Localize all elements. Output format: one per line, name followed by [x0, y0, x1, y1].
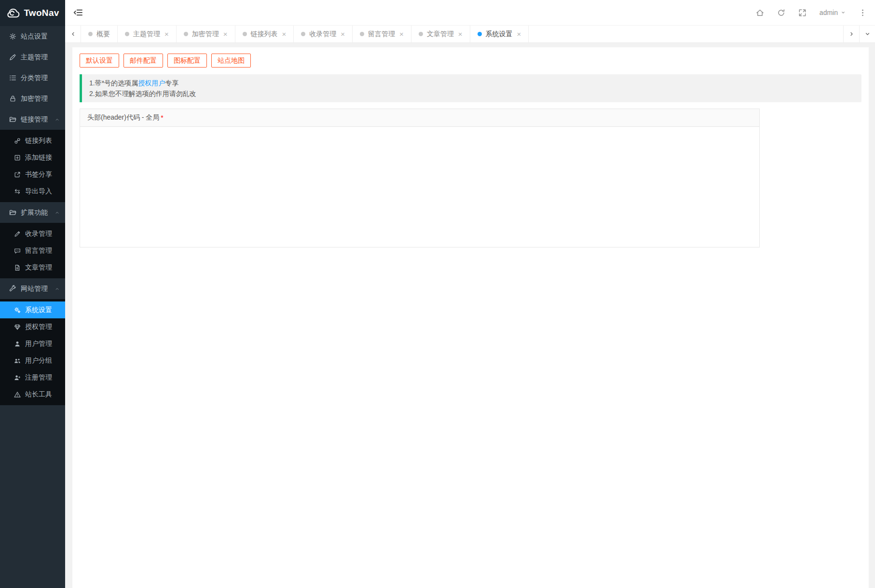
cogs-icon [14, 307, 21, 314]
toolbar-button-0[interactable]: 默认设置 [80, 54, 119, 68]
sidebar-subitem-label: 注册管理 [25, 373, 52, 382]
tab-close-icon[interactable]: × [282, 30, 287, 38]
tab-close-icon[interactable]: × [341, 30, 345, 38]
toolbar-button-1[interactable]: 邮件配置 [123, 54, 163, 68]
tab-6[interactable]: 文章管理× [411, 26, 470, 42]
folder-icon [9, 116, 16, 123]
exchange-icon [14, 188, 21, 195]
sidebar-subitem-5-0[interactable]: 收录管理 [0, 225, 65, 242]
tabs-scroll-left-button[interactable] [65, 26, 81, 42]
tabs-scroll-right-button[interactable] [843, 26, 859, 42]
header-code-label-text: 头部(header)代码 - 全局 [87, 113, 159, 122]
tab-close-icon[interactable]: × [223, 30, 228, 38]
sidebar-subitem-label: 书签分享 [25, 170, 52, 179]
chevron-right-icon [848, 31, 855, 37]
notice-panel: 1.带*号的选项属授权用户专享 2.如果您不理解选项的作用请勿乱改 [80, 74, 861, 102]
notice-text: 专享 [165, 79, 178, 87]
sidebar-item-5[interactable]: 扩展功能 [0, 202, 65, 223]
sidebar-item-0[interactable]: 站点设置 [0, 26, 65, 47]
sidebar-subitem-6-3[interactable]: 用户分组 [0, 352, 65, 369]
notice-line-1: 1.带*号的选项属授权用户专享 [89, 78, 854, 88]
sidebar-subitem-label: 用户管理 [25, 340, 52, 348]
sidebar-subitem-6-5[interactable]: 站长工具 [0, 386, 65, 403]
header-code-editor[interactable] [80, 127, 760, 247]
pencil-icon [14, 231, 21, 237]
sidebar-item-2[interactable]: 分类管理 [0, 68, 65, 88]
sidebar-subitem-4-0[interactable]: 链接列表 [0, 132, 65, 149]
brush-icon [9, 54, 16, 61]
tab-close-icon[interactable]: × [399, 30, 404, 38]
authorized-user-link[interactable]: 授权用户 [138, 79, 165, 87]
home-icon[interactable] [756, 9, 764, 17]
sidebar-subitem-4-3[interactable]: 导出导入 [0, 183, 65, 200]
app-title: TwoNav [24, 8, 59, 18]
sidebar-subitem-label: 站长工具 [25, 390, 52, 399]
tab-close-icon[interactable]: × [164, 30, 169, 38]
plus-square-icon [14, 154, 21, 161]
user-plus-icon [14, 374, 21, 381]
sidebar-item-6[interactable]: 网站管理 [0, 278, 65, 299]
sidebar-item-4[interactable]: 链接管理 [0, 109, 65, 130]
sidebar-subitem-5-2[interactable]: 文章管理 [0, 259, 65, 276]
sidebar-submenu-6: 系统设置授权管理用户管理用户分组注册管理站长工具 [0, 299, 65, 405]
sidebar-subitem-6-0[interactable]: 系统设置 [0, 301, 65, 318]
tab-label: 系统设置 [486, 30, 513, 39]
chevron-up-icon [55, 286, 60, 291]
tab-0[interactable]: 概要 [81, 26, 118, 42]
sidebar-submenu-4: 链接列表添加链接书签分享导出导入 [0, 130, 65, 202]
tab-label: 收录管理 [309, 30, 336, 39]
tab-3[interactable]: 链接列表× [235, 26, 294, 42]
sidebar-item-3[interactable]: 加密管理 [0, 88, 65, 109]
tab-close-icon[interactable]: × [458, 30, 463, 38]
sidebar-item-label: 主题管理 [21, 53, 48, 62]
tabs-dropdown-button[interactable] [859, 26, 875, 42]
tab-label: 主题管理 [133, 30, 160, 39]
sidebar-subitem-label: 收录管理 [25, 230, 52, 238]
tab-label: 文章管理 [427, 30, 454, 39]
sidebar-subitem-6-2[interactable]: 用户管理 [0, 335, 65, 352]
sidebar-menu: 站点设置主题管理分类管理加密管理链接管理链接列表添加链接书签分享导出导入扩展功能… [0, 26, 65, 588]
external-link-icon [14, 171, 21, 178]
toolbar-button-2[interactable]: 图标配置 [167, 54, 207, 68]
tab-1[interactable]: 主题管理× [118, 26, 177, 42]
sidebar-subitem-label: 留言管理 [25, 246, 52, 255]
tabs-strip: 概要主题管理×加密管理×链接列表×收录管理×留言管理×文章管理×系统设置× [81, 26, 529, 42]
cloud-logo-icon [6, 8, 20, 18]
link-icon [14, 137, 21, 144]
sidebar-subitem-4-1[interactable]: 添加链接 [0, 149, 65, 166]
users-icon [14, 357, 21, 364]
tab-2[interactable]: 加密管理× [177, 26, 235, 42]
tab-label: 留言管理 [368, 30, 395, 39]
tab-7[interactable]: 系统设置× [470, 26, 529, 42]
fold-sidebar-icon[interactable] [73, 8, 83, 17]
sidebar-item-label: 链接管理 [21, 115, 48, 124]
comment-icon [14, 247, 21, 254]
sidebar-subitem-6-4[interactable]: 注册管理 [0, 369, 65, 386]
fullscreen-icon[interactable] [798, 9, 807, 17]
chevron-down-icon [864, 31, 871, 37]
tab-4[interactable]: 收录管理× [294, 26, 353, 42]
sidebar-subitem-4-2[interactable]: 书签分享 [0, 166, 65, 183]
user-menu[interactable]: admin [820, 9, 846, 16]
warning-icon [14, 391, 21, 398]
gem-icon [14, 324, 21, 330]
content: 默认设置邮件配置图标配置站点地图 1.带*号的选项属授权用户专享 2.如果您不理… [65, 43, 875, 588]
tab-state-dot [125, 32, 129, 36]
sidebar-item-1[interactable]: 主题管理 [0, 47, 65, 68]
tab-5[interactable]: 留言管理× [353, 26, 411, 42]
sidebar-subitem-label: 授权管理 [25, 323, 52, 331]
sidebar-subitem-label: 链接列表 [25, 137, 52, 145]
refresh-icon[interactable] [777, 9, 785, 17]
sidebar-subitem-5-1[interactable]: 留言管理 [0, 242, 65, 259]
sidebar-subitem-label: 系统设置 [25, 306, 52, 315]
toolbar-button-3[interactable]: 站点地图 [211, 54, 251, 68]
app-logo[interactable]: TwoNav [0, 0, 65, 26]
tab-state-dot [419, 32, 423, 36]
tab-close-icon[interactable]: × [517, 30, 521, 38]
more-options-icon[interactable] [859, 9, 867, 17]
sidebar-item-label: 站点设置 [21, 32, 48, 41]
main-area: admin 概要主题管理×加密管理×链接列表×收录管理×留言管理×文章管理×系统… [65, 0, 875, 588]
sidebar-subitem-6-1[interactable]: 授权管理 [0, 318, 65, 335]
sidebar-item-label: 加密管理 [21, 95, 48, 103]
settings-toolbar: 默认设置邮件配置图标配置站点地图 [80, 54, 861, 68]
